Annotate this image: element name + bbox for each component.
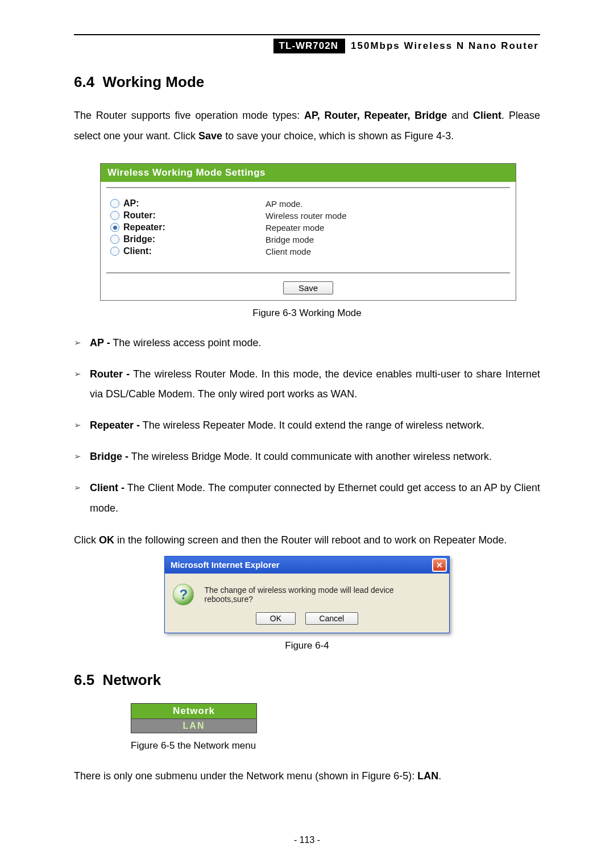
figure-6-5-caption: Figure 6-5 the Network menu <box>131 740 540 751</box>
after-list-pre: Click <box>74 534 99 546</box>
intro-pre: The Router supports five operation mode … <box>74 110 304 121</box>
radio-icon[interactable] <box>106 199 123 208</box>
model-desc: 150Mbps Wireless N Nano Router <box>345 39 540 53</box>
network-menu-header: Network <box>131 704 256 719</box>
radio-icon[interactable] <box>106 247 123 256</box>
list-item-lead: Bridge - <box>90 451 128 462</box>
dialog-buttons: OK Cancel <box>165 609 449 633</box>
list-item-text: The wireless Repeater Mode. It could ext… <box>140 420 484 431</box>
intro-modes-bold: AP, Router, Repeater, Bridge <box>304 110 447 121</box>
header: TL-WR702N 150Mbps Wireless N Nano Router <box>74 39 540 53</box>
section-6-5-number: 6.5 <box>74 671 94 688</box>
network-menu-figure: Network LAN <box>131 703 257 733</box>
intro-and: and <box>447 110 473 121</box>
panel-divider-top <box>106 187 510 188</box>
intro-paragraph: The Router supports five operation mode … <box>74 105 540 146</box>
cancel-button[interactable]: Cancel <box>305 612 359 625</box>
save-button[interactable]: Save <box>283 281 333 294</box>
intro-tail: to save your choice, which is shown as F… <box>222 130 454 142</box>
list-item-text: The wireless Bridge Mode. It could commu… <box>128 451 492 462</box>
mode-option-row[interactable]: Router:Wireless router mode <box>106 210 516 221</box>
list-item: Bridge - The wireless Bridge Mode. It co… <box>90 447 540 467</box>
panel-title: Wireless Working Mode Settings <box>101 164 516 182</box>
section-6-4-heading: 6.4 Working Mode <box>74 73 540 91</box>
list-item-text: The wireless access point mode. <box>110 337 262 348</box>
mode-option-row[interactable]: AP:AP mode. <box>106 198 516 209</box>
working-mode-panel: Wireless Working Mode Settings AP:AP mod… <box>100 163 516 301</box>
list-item-text: The Client Mode. The computer connected … <box>90 482 540 513</box>
section-6-5-heading: 6.5 Network <box>74 671 540 689</box>
after-list-post: in the following screen and then the Rou… <box>114 534 507 546</box>
mode-option-row[interactable]: Client:Client mode <box>106 246 516 256</box>
mode-option-desc: Bridge mode <box>265 235 314 244</box>
network-menu-item-lan[interactable]: LAN <box>131 719 256 733</box>
panel-divider-bottom <box>106 272 510 273</box>
question-icon: ? <box>173 584 194 605</box>
list-item: Repeater - The wireless Repeater Mode. I… <box>90 416 540 435</box>
close-icon[interactable]: ✕ <box>432 558 447 572</box>
figure-6-4-caption: Figure 6-4 <box>74 640 540 651</box>
dialog-titlebar: Microsoft Internet Explorer ✕ <box>165 556 449 574</box>
net-para-lan-bold: LAN <box>417 770 438 782</box>
list-item-lead: Repeater - <box>90 420 140 431</box>
list-item: Router - The wireless Router Mode. In th… <box>90 364 540 404</box>
net-para-pre: There is only one submenu under the Netw… <box>74 770 417 782</box>
mode-option-desc: Wireless router mode <box>265 211 347 221</box>
mode-description-list: AP - The wireless access point mode.Rout… <box>74 333 540 518</box>
dialog-title-text: Microsoft Internet Explorer <box>171 560 280 570</box>
list-item-lead: AP - <box>90 337 110 348</box>
intro-client-bold: Client <box>473 110 501 121</box>
mode-option-desc: AP mode. <box>265 199 303 209</box>
mode-option-label: Router: <box>123 210 265 221</box>
radio-icon[interactable] <box>106 223 123 232</box>
intro-save-bold: Save <box>198 130 222 142</box>
mode-option-label: AP: <box>123 198 265 209</box>
page-number: - 113 - <box>0 835 614 845</box>
mode-option-desc: Repeater mode <box>265 223 324 232</box>
mode-option-label: Bridge: <box>123 234 265 244</box>
dialog-body: ? The change of wireless working mode wi… <box>165 574 449 609</box>
network-paragraph: There is only one submenu under the Netw… <box>74 766 540 786</box>
header-divider <box>74 34 540 35</box>
model-badge: TL-WR702N <box>273 39 345 53</box>
mode-option-row[interactable]: Repeater:Repeater mode <box>106 222 516 232</box>
section-6-4-title: Working Mode <box>103 73 205 90</box>
radio-icon[interactable] <box>106 235 123 244</box>
net-para-post: . <box>438 770 441 782</box>
mode-option-desc: Client mode <box>265 247 311 256</box>
mode-option-row[interactable]: Bridge:Bridge mode <box>106 234 516 244</box>
radio-icon[interactable] <box>106 211 123 220</box>
figure-6-3-caption: Figure 6-3 Working Mode <box>74 308 540 319</box>
list-item-text: The wireless Router Mode. In this mode, … <box>90 368 540 400</box>
list-item-lead: Router - <box>90 368 130 380</box>
options-table: AP:AP mode.Router:Wireless router modeRe… <box>101 194 516 264</box>
ok-button[interactable]: OK <box>256 612 296 625</box>
mode-option-label: Repeater: <box>123 222 265 232</box>
list-item: Client - The Client Mode. The computer c… <box>90 478 540 518</box>
section-6-4-number: 6.4 <box>74 73 94 90</box>
after-list-paragraph: Click OK in the following screen and the… <box>74 530 540 550</box>
after-list-ok-bold: OK <box>99 534 114 546</box>
list-item-lead: Client - <box>90 482 125 493</box>
mode-option-label: Client: <box>123 246 265 256</box>
section-6-5-title: Network <box>103 671 161 688</box>
confirm-dialog: Microsoft Internet Explorer ✕ ? The chan… <box>164 556 450 633</box>
dialog-message: The change of wireless working mode will… <box>204 585 441 604</box>
list-item: AP - The wireless access point mode. <box>90 333 540 353</box>
